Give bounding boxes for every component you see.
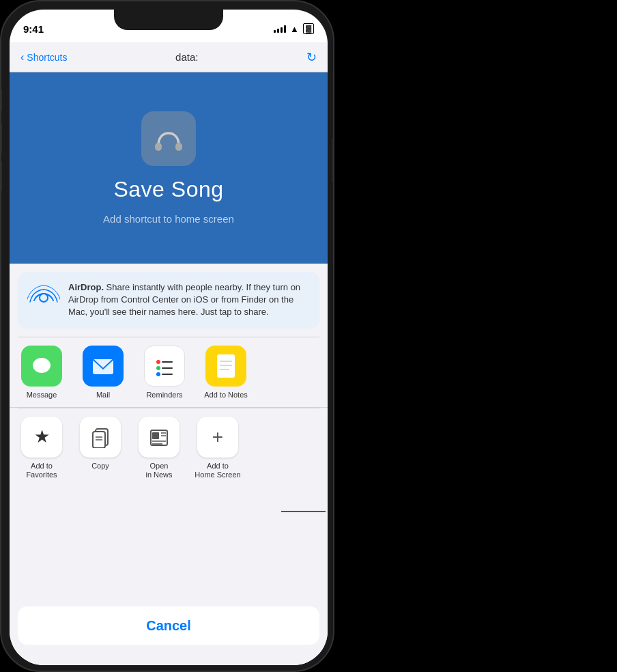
svg-rect-0 (155, 143, 162, 151)
silent-switch[interactable] (0, 90, 2, 111)
app-header: Save Song Add shortcut to home screen (10, 72, 328, 264)
url-text: data: (175, 51, 198, 63)
share-app-message[interactable]: Message (18, 346, 66, 399)
app-title: Save Song (113, 177, 223, 202)
airdrop-bold: AirDrop. (68, 282, 104, 292)
app-icon (141, 111, 196, 166)
notch (114, 10, 223, 30)
svg-point-6 (156, 360, 160, 364)
annotation-line (281, 511, 326, 512)
refresh-button[interactable]: ↻ (306, 50, 317, 65)
message-icon (21, 346, 62, 387)
airdrop-icon (27, 281, 60, 314)
notes-label: Add to Notes (204, 391, 248, 399)
action-homescreen[interactable]: + Add toHome Screen (194, 417, 242, 479)
back-label: Shortcuts (27, 52, 67, 63)
svg-rect-1 (175, 143, 182, 151)
reminders-label: Reminders (146, 391, 182, 399)
status-icons: ▲ ▓ (274, 23, 314, 34)
svg-rect-21 (152, 432, 159, 439)
action-favorites[interactable]: ★ Add toFavorites (18, 417, 66, 479)
airdrop-body: Share instantly with people nearby. If t… (68, 282, 300, 317)
apps-row: Message Mail (10, 337, 328, 408)
message-label: Message (27, 391, 57, 399)
mail-icon (83, 346, 124, 387)
copy-icon (80, 417, 121, 458)
share-app-reminders[interactable]: Reminders (141, 346, 188, 399)
airdrop-description: AirDrop. Share instantly with people nea… (68, 281, 310, 319)
status-time: 9:41 (23, 23, 44, 35)
actions-row: ★ Add toFavorites (10, 408, 328, 488)
favorites-label: Add toFavorites (26, 462, 57, 479)
copy-label: Copy (91, 462, 109, 471)
homescreen-icon: + (197, 417, 238, 458)
wifi-icon: ▲ (290, 24, 299, 34)
back-button[interactable]: ‹ Shortcuts (20, 51, 67, 64)
svg-point-3 (33, 358, 51, 373)
battery-icon: ▓ (303, 23, 314, 34)
notes-icon (205, 346, 246, 387)
volume-up-button[interactable] (0, 124, 2, 153)
svg-rect-12 (217, 354, 235, 378)
app-subtitle: Add shortcut to home screen (103, 213, 234, 225)
share-app-mail[interactable]: Mail (79, 346, 127, 399)
action-news[interactable]: Openin News (135, 417, 183, 479)
power-button[interactable] (332, 138, 334, 182)
airdrop-section[interactable]: AirDrop. Share instantly with people nea… (18, 272, 319, 328)
reminders-icon (144, 346, 185, 387)
volume-down-button[interactable] (0, 162, 2, 191)
back-chevron-icon: ‹ (20, 51, 24, 64)
news-label: Openin News (145, 462, 172, 479)
svg-point-7 (156, 366, 160, 370)
cancel-section: Cancel (18, 606, 319, 645)
url-bar[interactable]: data: (67, 51, 306, 63)
news-icon (139, 417, 180, 458)
safari-nav: ‹ Shortcuts data: ↻ (10, 42, 328, 72)
favorites-icon: ★ (21, 417, 62, 458)
cancel-button[interactable]: Cancel (18, 606, 319, 645)
svg-point-8 (156, 372, 160, 376)
share-app-notes[interactable]: Add to Notes (202, 346, 250, 399)
mail-label: Mail (96, 391, 110, 399)
homescreen-label: Add toHome Screen (195, 462, 240, 479)
cancel-label: Cancel (146, 618, 191, 634)
signal-icon (274, 25, 286, 33)
action-copy[interactable]: Copy (76, 417, 124, 479)
share-sheet: AirDrop. Share instantly with people nea… (10, 264, 328, 665)
